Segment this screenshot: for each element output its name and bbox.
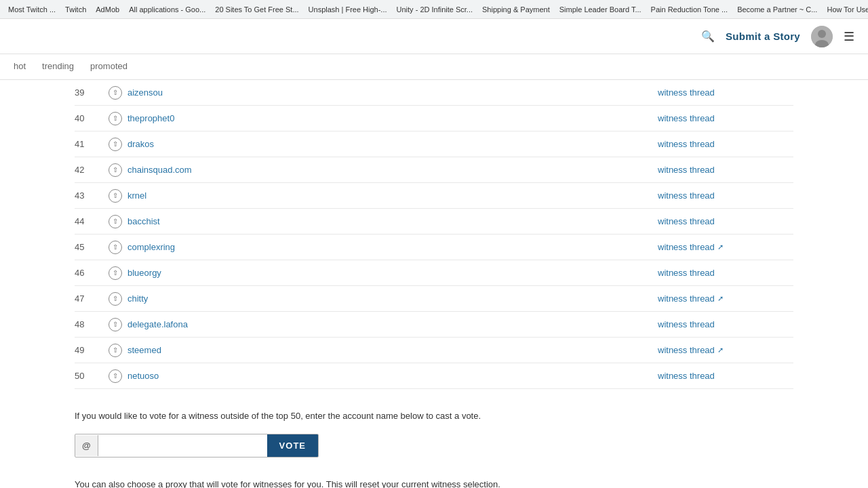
row-number: 47 xyxy=(75,293,108,304)
vote-info-text: If you would like to vote for a witness … xyxy=(75,409,793,423)
bookmark-0[interactable]: Most Twitch ... xyxy=(5,4,58,15)
upvote-icon[interactable]: ⇧ xyxy=(108,266,122,280)
witness-name[interactable]: blueorgy xyxy=(127,268,658,278)
table-row: 40 ⇧ theprophet0 witness thread xyxy=(75,106,793,131)
row-number: 43 xyxy=(75,190,108,201)
table-row: 44 ⇧ bacchist witness thread xyxy=(75,209,793,235)
table-row: 45 ⇧ complexring witness thread ➚ xyxy=(75,235,793,260)
upvote-icon[interactable]: ⇧ xyxy=(108,138,122,151)
external-link-icon: ➚ xyxy=(717,243,724,251)
table-row: 47 ⇧ chitty witness thread ➚ xyxy=(75,286,793,312)
bookmark-2[interactable]: AdMob xyxy=(93,4,122,15)
witness-thread-link[interactable]: witness thread xyxy=(658,216,793,226)
nav-tabs: hot trending promoted xyxy=(0,54,868,80)
witness-thread-link[interactable]: witness thread xyxy=(658,165,793,175)
witness-thread-link[interactable]: witness thread xyxy=(658,190,793,201)
external-link-icon: ➚ xyxy=(717,294,724,303)
witness-name[interactable]: krnel xyxy=(127,190,658,201)
row-number: 48 xyxy=(75,319,108,329)
row-number: 45 xyxy=(75,242,108,252)
witness-thread-link[interactable]: witness thread xyxy=(658,139,793,149)
tab-trending[interactable]: trending xyxy=(42,54,74,79)
bookmark-9[interactable]: Pain Reduction Tone ... xyxy=(648,4,731,15)
row-number: 44 xyxy=(75,216,108,226)
row-number: 40 xyxy=(75,113,108,123)
witness-name[interactable]: chainsquad.com xyxy=(127,165,658,175)
row-number: 46 xyxy=(75,268,108,278)
witness-thread-link[interactable]: witness thread xyxy=(658,371,793,381)
table-row: 48 ⇧ delegate.lafona witness thread xyxy=(75,312,793,338)
witness-thread-link[interactable]: witness thread xyxy=(658,113,793,123)
submit-story-button[interactable]: Submit a Story xyxy=(726,30,800,42)
witness-name[interactable]: chitty xyxy=(127,293,658,304)
at-symbol: @ xyxy=(75,435,98,456)
vote-section: If you would like to vote for a witness … xyxy=(61,389,807,488)
bookmark-4[interactable]: 20 Sites To Get Free St... xyxy=(212,4,301,15)
upvote-icon[interactable]: ⇧ xyxy=(108,318,122,331)
bookmark-5[interactable]: Unsplash | Free High-... xyxy=(306,4,390,15)
bookmark-8[interactable]: Simple Leader Board T... xyxy=(557,4,644,15)
table-row: 41 ⇧ drakos witness thread xyxy=(75,131,793,157)
upvote-icon[interactable]: ⇧ xyxy=(108,163,122,177)
upvote-icon[interactable]: ⇧ xyxy=(108,112,122,125)
table-row: 43 ⇧ krnel witness thread xyxy=(75,183,793,209)
bookmark-3[interactable]: All applications - Goo... xyxy=(126,4,208,15)
svg-point-1 xyxy=(818,30,826,38)
table-row: 50 ⇧ netuoso witness thread xyxy=(75,363,793,389)
upvote-icon[interactable]: ⇧ xyxy=(108,241,122,254)
row-number: 50 xyxy=(75,371,108,381)
witness-thread-link[interactable]: witness thread xyxy=(658,319,793,329)
witness-name[interactable]: steemed xyxy=(127,345,658,355)
bookmark-10[interactable]: Become a Partner ~ C... xyxy=(734,4,820,15)
witness-table: 39 ⇧ aizensou witness thread 40 ⇧ thepro… xyxy=(61,80,807,389)
vote-button[interactable]: VOTE xyxy=(267,434,318,457)
search-icon[interactable]: 🔍 xyxy=(701,30,715,43)
upvote-icon[interactable]: ⇧ xyxy=(108,292,122,306)
witness-name[interactable]: drakos xyxy=(127,139,658,149)
table-row: 46 ⇧ blueorgy witness thread xyxy=(75,260,793,286)
row-number: 41 xyxy=(75,139,108,149)
table-row: 39 ⇧ aizensou witness thread xyxy=(75,80,793,106)
menu-icon[interactable]: ☰ xyxy=(844,29,854,44)
upvote-icon[interactable]: ⇧ xyxy=(108,369,122,383)
table-row: 42 ⇧ chainsquad.com witness thread xyxy=(75,157,793,183)
upvote-icon[interactable]: ⇧ xyxy=(108,344,122,357)
witness-thread-link[interactable]: witness thread xyxy=(658,268,793,278)
site-header: 🔍 Submit a Story ☰ xyxy=(0,19,868,54)
tab-promoted[interactable]: promoted xyxy=(90,54,127,79)
vote-input[interactable] xyxy=(98,435,267,456)
proxy-section: You can also choose a proxy that will vo… xyxy=(75,478,793,489)
tab-hot[interactable]: hot xyxy=(14,54,26,79)
witness-name[interactable]: delegate.lafona xyxy=(127,319,658,329)
witness-thread-link[interactable]: witness thread ➚ xyxy=(658,293,793,304)
witness-thread-link[interactable]: witness thread xyxy=(658,87,793,98)
bookmarks-bar: Most Twitch ... Twitch AdMob All applica… xyxy=(0,0,868,19)
table-row: 49 ⇧ steemed witness thread ➚ xyxy=(75,338,793,363)
row-number: 49 xyxy=(75,345,108,355)
witness-name[interactable]: aizensou xyxy=(127,87,658,98)
bookmark-7[interactable]: Shipping & Payment xyxy=(479,4,553,15)
upvote-icon[interactable]: ⇧ xyxy=(108,215,122,228)
witness-thread-link[interactable]: witness thread ➚ xyxy=(658,242,793,252)
avatar[interactable] xyxy=(811,26,833,47)
upvote-icon[interactable]: ⇧ xyxy=(108,189,122,203)
witness-name[interactable]: bacchist xyxy=(127,216,658,226)
proxy-info-text: You can also choose a proxy that will vo… xyxy=(75,478,793,489)
witness-name[interactable]: complexring xyxy=(127,242,658,252)
vote-form: @ VOTE xyxy=(75,434,319,458)
witness-thread-link[interactable]: witness thread ➚ xyxy=(658,345,793,355)
bookmark-11[interactable]: How Tor Users Got Ca... xyxy=(824,4,868,15)
row-number: 39 xyxy=(75,87,108,98)
witness-name[interactable]: theprophet0 xyxy=(127,113,658,123)
external-link-icon: ➚ xyxy=(717,346,724,354)
upvote-icon[interactable]: ⇧ xyxy=(108,86,122,100)
row-number: 42 xyxy=(75,165,108,175)
witness-name[interactable]: netuoso xyxy=(127,371,658,381)
bookmark-1[interactable]: Twitch xyxy=(62,4,89,15)
bookmark-6[interactable]: Unity - 2D Infinite Scr... xyxy=(394,4,475,15)
